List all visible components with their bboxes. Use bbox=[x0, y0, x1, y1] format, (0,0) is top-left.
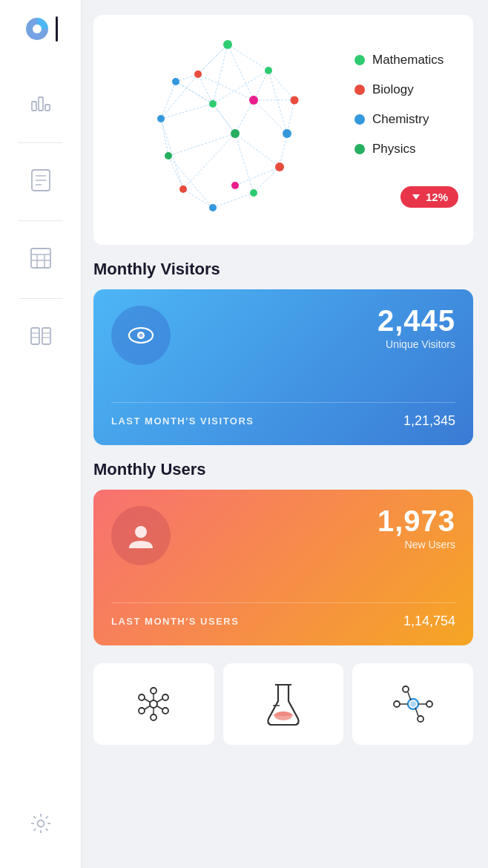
svg-point-78 bbox=[165, 152, 172, 160]
svg-point-103 bbox=[394, 701, 400, 707]
chart-legend: Mathematics Biology Chemistry Physics 12… bbox=[355, 53, 458, 208]
svg-line-35 bbox=[280, 134, 287, 167]
sidebar-item-columns[interactable] bbox=[11, 306, 70, 366]
network-chart-wrap: .net-line { stroke: #a8d4f5; stroke-widt… bbox=[108, 30, 347, 230]
user-subtitle: New Users bbox=[377, 539, 455, 550]
svg-rect-13 bbox=[31, 328, 39, 344]
badge-value: 12% bbox=[426, 191, 448, 203]
legend-dot-biology bbox=[355, 85, 365, 95]
svg-line-27 bbox=[33, 829, 36, 831]
chart-card: .net-line { stroke: #a8d4f5; stroke-widt… bbox=[93, 15, 473, 245]
legend-item-mathematics: Mathematics bbox=[355, 53, 458, 68]
svg-rect-3 bbox=[45, 105, 50, 111]
legend-dot-physics bbox=[355, 144, 365, 154]
svg-point-86 bbox=[151, 688, 156, 694]
legend-label-biology: Biology bbox=[372, 82, 414, 97]
flask-icon bbox=[265, 682, 302, 726]
legend-label-chemistry: Chemistry bbox=[372, 112, 429, 127]
sidebar-item-document[interactable] bbox=[11, 151, 70, 210]
legend-label-mathematics: Mathematics bbox=[372, 53, 444, 68]
svg-line-55 bbox=[235, 134, 280, 167]
svg-line-41 bbox=[161, 119, 168, 156]
legend-label-physics: Physics bbox=[372, 142, 416, 157]
svg-marker-80 bbox=[412, 194, 420, 200]
sidebar-logo bbox=[23, 15, 58, 43]
svg-line-25 bbox=[45, 829, 47, 831]
svg-point-87 bbox=[151, 714, 156, 720]
table-icon bbox=[30, 247, 52, 269]
bottom-icons-row bbox=[93, 663, 473, 745]
settings-icon bbox=[30, 812, 52, 835]
sidebar-item-table[interactable] bbox=[11, 228, 70, 288]
visitor-icon-circle bbox=[111, 306, 171, 365]
monthly-visitors-section: Monthly Visitors 2,445 Unique Visitors bbox=[93, 260, 473, 445]
svg-point-68 bbox=[291, 96, 299, 105]
svg-rect-2 bbox=[39, 97, 43, 111]
svg-point-104 bbox=[426, 701, 432, 707]
svg-point-67 bbox=[250, 189, 257, 197]
sidebar-divider-2 bbox=[19, 220, 63, 221]
svg-line-26 bbox=[45, 816, 47, 818]
svg-point-65 bbox=[265, 67, 272, 74]
svg-point-83 bbox=[139, 334, 143, 338]
svg-line-96 bbox=[145, 706, 151, 710]
svg-line-61 bbox=[168, 156, 213, 208]
pie-chart-icon bbox=[23, 15, 51, 43]
svg-line-110 bbox=[415, 708, 418, 716]
svg-line-51 bbox=[161, 104, 213, 119]
svg-line-44 bbox=[198, 45, 228, 74]
svg-line-60 bbox=[161, 74, 198, 119]
svg-point-72 bbox=[283, 129, 291, 138]
svg-line-97 bbox=[157, 706, 163, 710]
svg-point-84 bbox=[135, 526, 147, 538]
network-node-icon bbox=[391, 682, 435, 726]
bottom-icon-molecule[interactable] bbox=[93, 663, 214, 745]
spacer2 bbox=[93, 481, 473, 490]
visitor-last-month: 1,21,345 bbox=[403, 413, 455, 429]
svg-line-52 bbox=[213, 104, 235, 134]
user-big-number: 1,973 bbox=[377, 506, 455, 536]
svg-rect-8 bbox=[31, 249, 50, 268]
legend-dot-mathematics bbox=[355, 55, 365, 65]
svg-point-88 bbox=[139, 694, 145, 700]
svg-point-106 bbox=[418, 716, 423, 722]
sidebar-divider-1 bbox=[19, 142, 63, 143]
svg-point-0 bbox=[33, 24, 42, 33]
svg-line-109 bbox=[408, 692, 411, 700]
svg-point-70 bbox=[275, 162, 284, 171]
document-icon bbox=[30, 168, 51, 192]
user-card: 1,973 New Users LAST MONTH'S USERS 1,14,… bbox=[93, 490, 473, 645]
user-icon bbox=[125, 520, 156, 551]
svg-point-105 bbox=[403, 686, 409, 692]
visitor-card: 2,445 Unique Visitors LAST MONTH'S VISIT… bbox=[93, 289, 473, 445]
svg-line-95 bbox=[157, 699, 163, 703]
svg-point-71 bbox=[179, 185, 187, 193]
bottom-icon-flask[interactable] bbox=[223, 663, 344, 745]
sidebar-item-bar-chart[interactable] bbox=[11, 73, 70, 132]
svg-point-66 bbox=[209, 100, 217, 108]
bottom-icon-network[interactable] bbox=[352, 663, 473, 745]
svg-point-102 bbox=[410, 701, 416, 707]
svg-point-75 bbox=[209, 204, 217, 211]
user-card-label: LAST MONTH'S USERS bbox=[111, 616, 239, 627]
svg-point-85 bbox=[150, 700, 157, 708]
svg-line-34 bbox=[287, 100, 294, 134]
spacer bbox=[93, 280, 473, 289]
sidebar-item-settings[interactable] bbox=[11, 794, 70, 853]
svg-line-36 bbox=[254, 167, 280, 193]
svg-line-28 bbox=[228, 45, 268, 70]
network-chart: .net-line { stroke: #a8d4f5; stroke-widt… bbox=[139, 30, 317, 230]
svg-point-91 bbox=[162, 708, 168, 714]
user-card-bottom: LAST MONTH'S USERS 1,14,754 bbox=[111, 602, 455, 629]
svg-point-77 bbox=[231, 129, 240, 138]
svg-line-39 bbox=[183, 189, 213, 208]
svg-line-31 bbox=[268, 70, 294, 100]
user-last-month: 1,14,754 bbox=[403, 614, 455, 629]
svg-line-38 bbox=[213, 193, 254, 208]
monthly-visitors-title: Monthly Visitors bbox=[93, 260, 473, 279]
bar-chart-icon bbox=[30, 91, 52, 114]
legend-item-biology: Biology bbox=[355, 82, 458, 97]
main-content: .net-line { stroke: #a8d4f5; stroke-widt… bbox=[82, 0, 488, 868]
svg-line-62 bbox=[213, 45, 228, 104]
user-icon-circle bbox=[111, 506, 171, 565]
